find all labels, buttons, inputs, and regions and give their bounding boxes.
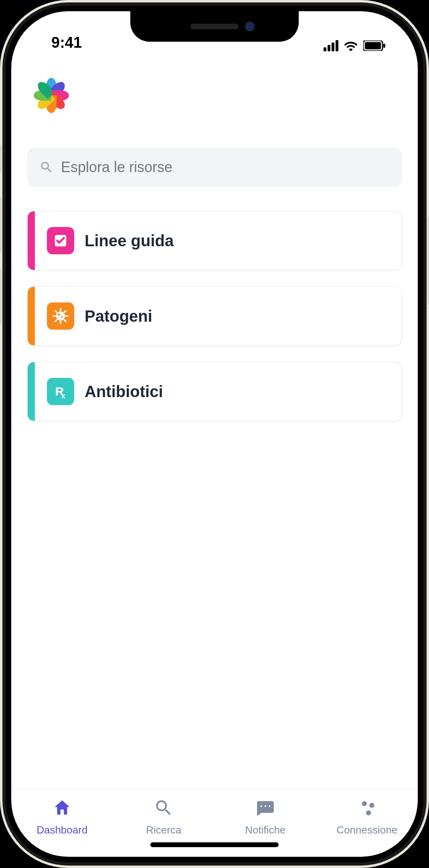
check-icon [47, 227, 74, 254]
search-icon [154, 798, 174, 821]
category-card-rx[interactable]: Rx Antibiotici [27, 362, 402, 421]
device-notch [130, 11, 299, 42]
tab-search[interactable]: Ricerca [113, 789, 215, 845]
card-title: Patogeni [85, 307, 152, 325]
power-button [427, 217, 429, 305]
virus-icon [47, 302, 74, 330]
svg-point-13 [58, 314, 61, 316]
card-accent [28, 362, 35, 421]
search-input[interactable] [27, 148, 402, 187]
rx-icon: Rx [47, 378, 74, 405]
network-icon [357, 798, 377, 821]
app-logo [31, 75, 71, 116]
phone-frame: 9:41 Linee g [0, 0, 429, 868]
svg-line-10 [64, 320, 66, 321]
card-accent [28, 287, 35, 345]
tab-label: Dashboard [36, 824, 87, 836]
svg-rect-1 [365, 42, 381, 49]
home-icon [52, 798, 72, 821]
svg-text:x: x [61, 391, 66, 400]
search-field[interactable] [61, 159, 390, 176]
volume-up-button [0, 197, 2, 253]
svg-rect-2 [383, 44, 385, 48]
tab-home[interactable]: Dashboard [11, 789, 113, 845]
card-title: Antibiotici [85, 383, 163, 401]
silence-switch [0, 144, 2, 172]
volume-down-button [0, 269, 2, 325]
svg-point-14 [61, 316, 63, 318]
cellular-signal-icon [324, 40, 338, 51]
svg-point-4 [56, 312, 65, 320]
status-time: 9:41 [35, 34, 82, 51]
tab-network[interactable]: Connessione [316, 789, 418, 845]
tab-label: Connessione [336, 824, 397, 836]
category-card-check[interactable]: Linee guida [27, 211, 402, 270]
tab-message[interactable]: Notifiche [214, 789, 316, 845]
card-accent [28, 211, 35, 270]
svg-line-11 [55, 320, 57, 321]
card-title: Linee guida [85, 232, 174, 250]
tab-label: Ricerca [146, 824, 181, 836]
battery-icon [363, 41, 386, 51]
search-icon [39, 160, 54, 174]
svg-line-9 [55, 311, 57, 312]
tab-label: Notifiche [245, 824, 285, 836]
message-icon [255, 798, 275, 821]
wifi-icon [344, 41, 358, 51]
svg-line-12 [64, 311, 66, 312]
home-indicator [150, 842, 279, 847]
category-card-virus[interactable]: Patogeni [27, 286, 402, 346]
